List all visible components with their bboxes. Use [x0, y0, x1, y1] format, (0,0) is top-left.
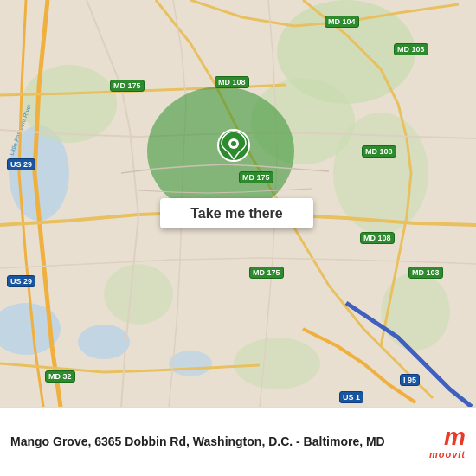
road-label-us29b: US 29	[7, 275, 35, 287]
svg-point-11	[381, 273, 450, 351]
footer-text: Mango Grove, 6365 Dobbin Rd, Washington,…	[10, 434, 421, 451]
road-label-md175b: MD 175	[239, 171, 273, 183]
map-container: Little Patuxent River	[0, 0, 476, 407]
moovit-logo: m moovit	[429, 425, 466, 460]
road-label-md103b: MD 103	[408, 267, 443, 279]
svg-point-9	[104, 264, 173, 325]
moovit-m-letter: m	[444, 425, 466, 449]
road-label-md103a: MD 103	[394, 43, 428, 55]
road-label-md108b: MD 108	[362, 145, 396, 158]
road-label-md175a: MD 175	[110, 80, 145, 92]
svg-point-18	[231, 141, 236, 146]
address-line: Mango Grove, 6365 Dobbin Rd, Washington,…	[10, 434, 421, 451]
road-label-i95: I 95	[400, 374, 420, 386]
road-label-us29a: US 29	[7, 158, 35, 170]
take-me-there-button[interactable]: Take me there	[160, 198, 313, 228]
svg-point-10	[234, 338, 320, 389]
moovit-wordmark: moovit	[429, 449, 466, 460]
svg-point-4	[169, 351, 212, 376]
road-label-md175c: MD 175	[249, 267, 284, 279]
road-label-md32: MD 32	[45, 370, 75, 383]
svg-point-3	[78, 325, 130, 359]
footer: Mango Grove, 6365 Dobbin Rd, Washington,…	[0, 407, 476, 476]
road-label-us1: US 1	[339, 391, 363, 403]
road-label-md108c: MD 108	[360, 232, 395, 244]
road-label-md104: MD 104	[325, 16, 359, 28]
road-label-md108a: MD 108	[215, 76, 249, 88]
map-pin	[215, 128, 253, 166]
svg-point-8	[333, 113, 428, 234]
